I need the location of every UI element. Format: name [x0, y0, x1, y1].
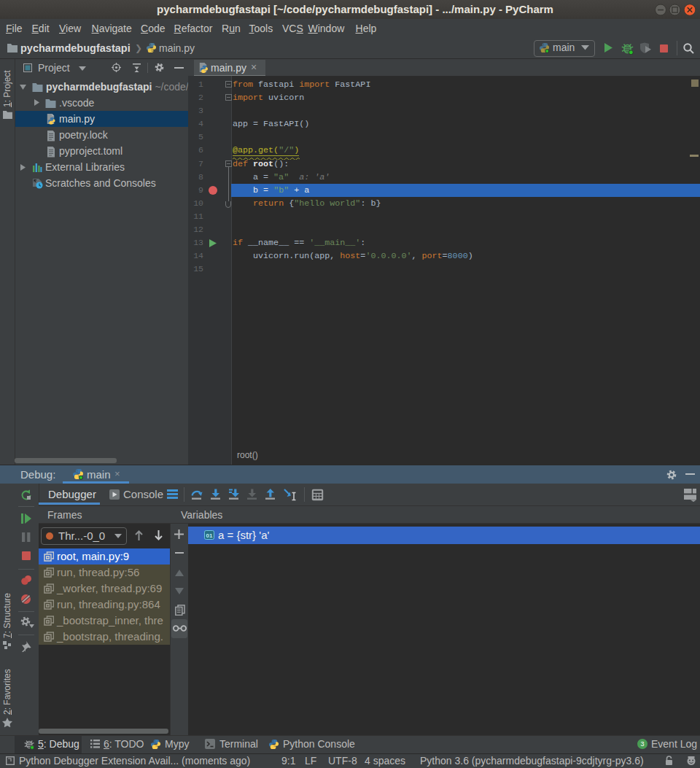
- svg-text:01: 01: [206, 532, 213, 539]
